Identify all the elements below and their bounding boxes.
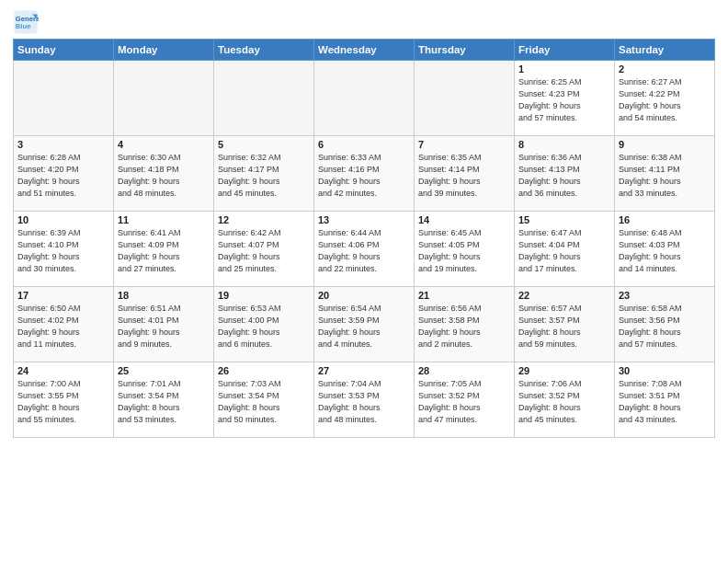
day-number: 18 — [118, 290, 210, 301]
day-info: Sunrise: 6:51 AM Sunset: 4:01 PM Dayligh… — [118, 303, 210, 350]
day-number: 8 — [518, 139, 610, 150]
day-number: 11 — [118, 214, 210, 225]
calendar-cell: 26Sunrise: 7:03 AM Sunset: 3:54 PM Dayli… — [214, 362, 314, 438]
day-number: 23 — [619, 290, 711, 301]
column-header-thursday: Thursday — [415, 40, 515, 61]
day-info: Sunrise: 6:30 AM Sunset: 4:18 PM Dayligh… — [118, 152, 210, 200]
calendar-cell: 7Sunrise: 6:35 AM Sunset: 4:14 PM Daylig… — [415, 136, 515, 212]
column-header-sunday: Sunday — [14, 40, 114, 61]
calendar-cell: 4Sunrise: 6:30 AM Sunset: 4:18 PM Daylig… — [114, 136, 214, 212]
day-info: Sunrise: 7:05 AM Sunset: 3:52 PM Dayligh… — [418, 378, 510, 426]
calendar-cell: 20Sunrise: 6:54 AM Sunset: 3:59 PM Dayli… — [314, 287, 415, 362]
logo-icon: General Blue — [13, 9, 39, 35]
day-info: Sunrise: 6:32 AM Sunset: 4:17 PM Dayligh… — [218, 152, 310, 200]
day-number: 15 — [518, 214, 610, 225]
calendar-cell: 23Sunrise: 6:58 AM Sunset: 3:56 PM Dayli… — [615, 287, 715, 362]
day-number: 13 — [318, 214, 410, 225]
day-info: Sunrise: 6:42 AM Sunset: 4:07 PM Dayligh… — [218, 227, 310, 275]
day-info: Sunrise: 6:53 AM Sunset: 4:00 PM Dayligh… — [218, 303, 310, 350]
day-info: Sunrise: 6:54 AM Sunset: 3:59 PM Dayligh… — [318, 303, 410, 350]
column-header-tuesday: Tuesday — [214, 40, 314, 61]
calendar-cell: 24Sunrise: 7:00 AM Sunset: 3:55 PM Dayli… — [14, 362, 114, 438]
day-number: 14 — [418, 214, 510, 225]
day-info: Sunrise: 6:35 AM Sunset: 4:14 PM Dayligh… — [418, 152, 510, 200]
page-container: General Blue SundayMondayTuesdayWednesda… — [0, 0, 728, 443]
calendar-cell — [14, 61, 114, 136]
calendar-cell: 11Sunrise: 6:41 AM Sunset: 4:09 PM Dayli… — [114, 212, 214, 287]
day-number: 22 — [518, 290, 610, 301]
day-number: 24 — [17, 365, 109, 376]
day-info: Sunrise: 6:48 AM Sunset: 4:03 PM Dayligh… — [619, 227, 711, 275]
day-info: Sunrise: 6:45 AM Sunset: 4:05 PM Dayligh… — [418, 227, 510, 275]
calendar-cell: 10Sunrise: 6:39 AM Sunset: 4:10 PM Dayli… — [14, 212, 114, 287]
calendar-cell: 28Sunrise: 7:05 AM Sunset: 3:52 PM Dayli… — [415, 362, 515, 438]
day-info: Sunrise: 6:39 AM Sunset: 4:10 PM Dayligh… — [17, 227, 109, 275]
day-number: 9 — [619, 139, 711, 150]
day-info: Sunrise: 7:03 AM Sunset: 3:54 PM Dayligh… — [218, 378, 310, 426]
calendar-cell: 13Sunrise: 6:44 AM Sunset: 4:06 PM Dayli… — [314, 212, 415, 287]
calendar-cell: 5Sunrise: 6:32 AM Sunset: 4:17 PM Daylig… — [214, 136, 314, 212]
calendar-cell: 15Sunrise: 6:47 AM Sunset: 4:04 PM Dayli… — [515, 212, 615, 287]
day-number: 17 — [17, 290, 109, 301]
day-number: 27 — [318, 365, 410, 376]
logo: General Blue — [13, 9, 42, 35]
day-info: Sunrise: 6:25 AM Sunset: 4:23 PM Dayligh… — [518, 76, 610, 124]
column-header-monday: Monday — [114, 40, 214, 61]
day-number: 10 — [17, 214, 109, 225]
day-number: 30 — [619, 365, 711, 376]
calendar-cell: 8Sunrise: 6:36 AM Sunset: 4:13 PM Daylig… — [515, 136, 615, 212]
calendar-cell: 9Sunrise: 6:38 AM Sunset: 4:11 PM Daylig… — [615, 136, 715, 212]
day-number: 12 — [218, 214, 310, 225]
day-info: Sunrise: 6:41 AM Sunset: 4:09 PM Dayligh… — [118, 227, 210, 275]
calendar-cell: 16Sunrise: 6:48 AM Sunset: 4:03 PM Dayli… — [615, 212, 715, 287]
calendar-cell — [415, 61, 515, 136]
day-number: 20 — [318, 290, 410, 301]
calendar-cell: 30Sunrise: 7:08 AM Sunset: 3:51 PM Dayli… — [615, 362, 715, 438]
day-info: Sunrise: 6:47 AM Sunset: 4:04 PM Dayligh… — [518, 227, 610, 275]
calendar-cell: 12Sunrise: 6:42 AM Sunset: 4:07 PM Dayli… — [214, 212, 314, 287]
calendar-week-3: 10Sunrise: 6:39 AM Sunset: 4:10 PM Dayli… — [14, 212, 715, 287]
day-number: 2 — [619, 63, 711, 75]
calendar-table: SundayMondayTuesdayWednesdayThursdayFrid… — [13, 39, 715, 438]
day-number: 1 — [518, 63, 610, 75]
calendar-cell — [314, 61, 415, 136]
calendar-cell: 29Sunrise: 7:06 AM Sunset: 3:52 PM Dayli… — [515, 362, 615, 438]
day-info: Sunrise: 7:08 AM Sunset: 3:51 PM Dayligh… — [619, 378, 711, 426]
calendar-week-1: 1Sunrise: 6:25 AM Sunset: 4:23 PM Daylig… — [14, 61, 715, 136]
day-info: Sunrise: 7:01 AM Sunset: 3:54 PM Dayligh… — [118, 378, 210, 426]
day-info: Sunrise: 7:04 AM Sunset: 3:53 PM Dayligh… — [318, 378, 410, 426]
calendar-cell: 14Sunrise: 6:45 AM Sunset: 4:05 PM Dayli… — [415, 212, 515, 287]
calendar-week-2: 3Sunrise: 6:28 AM Sunset: 4:20 PM Daylig… — [14, 136, 715, 212]
day-info: Sunrise: 6:36 AM Sunset: 4:13 PM Dayligh… — [518, 152, 610, 200]
calendar-cell — [114, 61, 214, 136]
calendar-cell: 2Sunrise: 6:27 AM Sunset: 4:22 PM Daylig… — [615, 61, 715, 136]
day-number: 6 — [318, 139, 410, 150]
day-info: Sunrise: 6:38 AM Sunset: 4:11 PM Dayligh… — [619, 152, 711, 200]
column-header-saturday: Saturday — [615, 40, 715, 61]
day-number: 3 — [17, 139, 109, 150]
calendar-week-5: 24Sunrise: 7:00 AM Sunset: 3:55 PM Dayli… — [14, 362, 715, 438]
day-info: Sunrise: 6:57 AM Sunset: 3:57 PM Dayligh… — [518, 303, 610, 350]
calendar-cell: 19Sunrise: 6:53 AM Sunset: 4:00 PM Dayli… — [214, 287, 314, 362]
day-number: 25 — [118, 365, 210, 376]
calendar-cell: 6Sunrise: 6:33 AM Sunset: 4:16 PM Daylig… — [314, 136, 415, 212]
calendar-cell: 18Sunrise: 6:51 AM Sunset: 4:01 PM Dayli… — [114, 287, 214, 362]
calendar-cell — [214, 61, 314, 136]
day-info: Sunrise: 6:33 AM Sunset: 4:16 PM Dayligh… — [318, 152, 410, 200]
calendar-week-4: 17Sunrise: 6:50 AM Sunset: 4:02 PM Dayli… — [14, 287, 715, 362]
calendar-cell: 3Sunrise: 6:28 AM Sunset: 4:20 PM Daylig… — [14, 136, 114, 212]
day-info: Sunrise: 6:58 AM Sunset: 3:56 PM Dayligh… — [619, 303, 711, 350]
day-number: 26 — [218, 365, 310, 376]
day-number: 16 — [619, 214, 711, 225]
calendar-cell: 17Sunrise: 6:50 AM Sunset: 4:02 PM Dayli… — [14, 287, 114, 362]
day-number: 5 — [218, 139, 310, 150]
calendar-cell: 1Sunrise: 6:25 AM Sunset: 4:23 PM Daylig… — [515, 61, 615, 136]
svg-text:Blue: Blue — [16, 22, 31, 30]
day-info: Sunrise: 6:56 AM Sunset: 3:58 PM Dayligh… — [418, 303, 510, 350]
day-info: Sunrise: 6:44 AM Sunset: 4:06 PM Dayligh… — [318, 227, 410, 275]
day-info: Sunrise: 6:50 AM Sunset: 4:02 PM Dayligh… — [17, 303, 109, 350]
day-info: Sunrise: 6:28 AM Sunset: 4:20 PM Dayligh… — [17, 152, 109, 200]
day-number: 21 — [418, 290, 510, 301]
column-header-wednesday: Wednesday — [314, 40, 415, 61]
day-info: Sunrise: 7:00 AM Sunset: 3:55 PM Dayligh… — [17, 378, 109, 426]
